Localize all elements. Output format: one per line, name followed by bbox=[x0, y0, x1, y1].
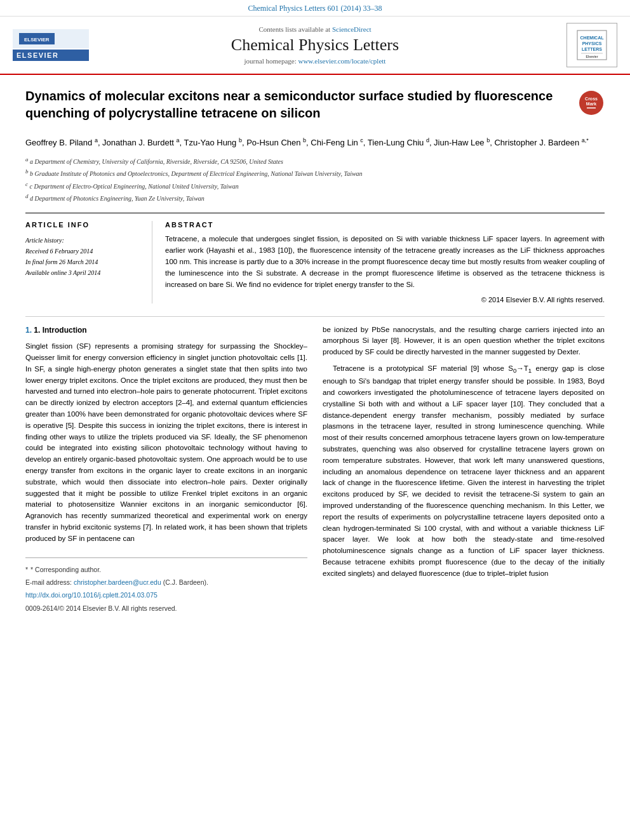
copyright-footer: 0009-2614/© 2014 Elsevier B.V. All right… bbox=[25, 603, 307, 613]
elsevier-wordmark: ELSEVIER bbox=[13, 50, 89, 61]
citation-text: Chemical Physics Letters 601 (2014) 33–3… bbox=[248, 4, 382, 13]
elsevier-logo-area: ELSEVIER ELSEVIER bbox=[13, 29, 89, 61]
journal-logo-icon: CHEMICAL PHYSICS LETTERS Elsevier bbox=[576, 29, 608, 61]
authors-line: Geoffrey B. Piland a, Jonathan J. Burdet… bbox=[25, 136, 605, 150]
svg-text:CHEMICAL: CHEMICAL bbox=[580, 36, 605, 40]
elsevier-badge: ELSEVIER bbox=[19, 33, 55, 44]
sciencedirect-line: Contents lists available at ScienceDirec… bbox=[89, 25, 541, 33]
crossmark-badge[interactable]: Cross Mark bbox=[579, 91, 605, 116]
journal-title-area: Contents lists available at ScienceDirec… bbox=[89, 25, 541, 65]
affiliation-a: a a Department of Chemistry, University … bbox=[25, 155, 605, 167]
article-title: Dynamics of molecular excitons near a se… bbox=[25, 88, 570, 122]
footnote-text: * Corresponding author. bbox=[30, 564, 101, 575]
christopher-author: Christopher bbox=[494, 138, 537, 147]
abstract-heading: ABSTRACT bbox=[165, 221, 605, 229]
svg-text:Mark: Mark bbox=[586, 102, 596, 106]
journal-homepage: journal homepage: www.elsevier.com/locat… bbox=[89, 57, 541, 65]
history-label: Article history: bbox=[25, 235, 143, 246]
svg-text:Elsevier: Elsevier bbox=[586, 55, 598, 58]
abstract-text: Tetracene, a molecule that undergoes sin… bbox=[165, 234, 605, 290]
sciencedirect-link[interactable]: ScienceDirect bbox=[332, 25, 372, 33]
affiliation-c: c c Department of Electro-Optical Engine… bbox=[25, 180, 605, 192]
footnote-email: E-mail address: christopher.bardeen@ucr.… bbox=[25, 577, 307, 587]
doi-link[interactable]: http://dx.doi.org/10.1016/j.cplett.2014.… bbox=[25, 590, 158, 600]
svg-text:PHYSICS: PHYSICS bbox=[582, 41, 602, 46]
article-info-column: ARTICLE INFO Article history: Received 6… bbox=[25, 221, 152, 303]
affiliations: a a Department of Chemistry, University … bbox=[25, 155, 605, 204]
body-left-col: 1. 1. Introduction Singlet fission (SF) … bbox=[25, 324, 307, 616]
abstract-copyright: © 2014 Elsevier B.V. All rights reserved… bbox=[165, 296, 605, 303]
footnote-star: * bbox=[25, 564, 28, 575]
intro-heading-text: 1. Introduction bbox=[34, 326, 86, 335]
final-form-date: In final form 26 March 2014 bbox=[25, 257, 143, 267]
received-date: Received 6 February 2014 bbox=[25, 246, 143, 257]
elsevier-logo: ELSEVIER bbox=[13, 29, 89, 48]
affiliation-d: d d Department of Photonics Engineering,… bbox=[25, 192, 605, 204]
available-date: Available online 3 April 2014 bbox=[25, 267, 143, 278]
journal-logo-box: CHEMICAL PHYSICS LETTERS Elsevier bbox=[566, 23, 617, 67]
article-history: Article history: Received 6 February 201… bbox=[25, 235, 143, 278]
article-info-heading: ARTICLE INFO bbox=[25, 221, 143, 229]
body-two-col: 1. 1. Introduction Singlet fission (SF) … bbox=[25, 324, 605, 616]
intro-paragraph-1: Singlet fission (SF) represents a promis… bbox=[25, 341, 307, 545]
affiliation-b: b b Graduate Institute of Photonics and … bbox=[25, 167, 605, 179]
article-title-section: Dynamics of molecular excitons near a se… bbox=[25, 88, 605, 128]
elsevier-badge-text: ELSEVIER bbox=[24, 37, 50, 43]
email-link[interactable]: christopher.bardeen@ucr.edu bbox=[74, 577, 161, 587]
body-section: 1. 1. Introduction Singlet fission (SF) … bbox=[25, 316, 605, 616]
right-paragraph-1: be ionized by PbSe nanocrystals, and the… bbox=[323, 324, 605, 358]
crossmark-icon: Cross Mark bbox=[579, 91, 603, 115]
journal-logo-area: CHEMICAL PHYSICS LETTERS Elsevier bbox=[541, 23, 617, 67]
journal-title: Chemical Physics Letters bbox=[89, 36, 541, 55]
section-number: 1. bbox=[25, 326, 34, 335]
journal-header: ELSEVIER ELSEVIER Contents lists availab… bbox=[0, 17, 630, 75]
citation-bar: Chemical Physics Letters 601 (2014) 33–3… bbox=[0, 0, 630, 17]
email-author: (C.J. Bardeen). bbox=[163, 577, 208, 587]
article-content: Dynamics of molecular excitons near a se… bbox=[0, 75, 630, 629]
svg-text:Cross: Cross bbox=[585, 97, 598, 101]
right-paragraph-2: Tetracene is a prototypical SF material … bbox=[323, 363, 605, 580]
abstract-column: ABSTRACT Tetracene, a molecule that unde… bbox=[165, 221, 605, 303]
info-abstract-section: ARTICLE INFO Article history: Received 6… bbox=[25, 213, 605, 303]
footnote-corresponding: * * Corresponding author. bbox=[25, 564, 307, 575]
email-label: E-mail address: bbox=[25, 577, 72, 587]
doi-line: http://dx.doi.org/10.1016/j.cplett.2014.… bbox=[25, 590, 307, 600]
intro-heading: 1. 1. Introduction bbox=[25, 324, 307, 337]
copyright-footer-text: 0009-2614/© 2014 Elsevier B.V. All right… bbox=[25, 603, 177, 613]
svg-text:LETTERS: LETTERS bbox=[582, 47, 602, 51]
body-right-col: be ionized by PbSe nanocrystals, and the… bbox=[323, 324, 605, 616]
footer-section: * * Corresponding author. E-mail address… bbox=[25, 557, 307, 613]
journal-homepage-link[interactable]: www.elsevier.com/locate/cplett bbox=[298, 57, 385, 65]
